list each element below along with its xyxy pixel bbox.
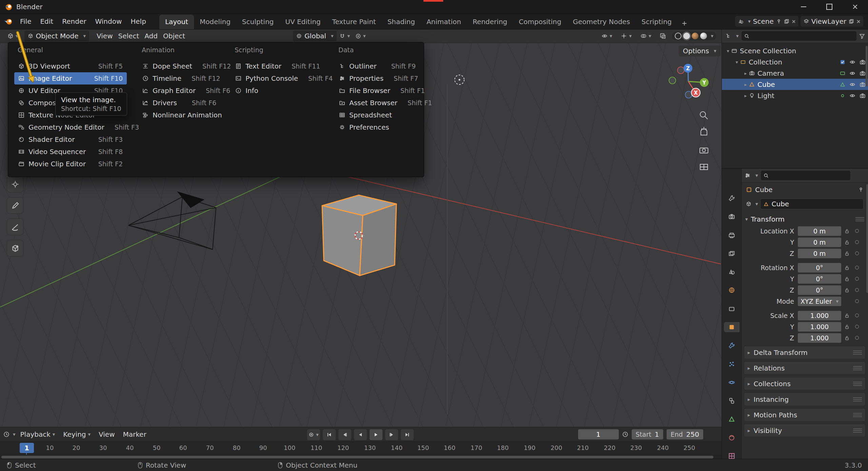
tab-collection[interactable] bbox=[724, 304, 739, 314]
workspace-tab-scripting[interactable]: Scripting bbox=[636, 15, 677, 29]
marker-menu[interactable]: Marker bbox=[120, 429, 150, 440]
animate-dot-icon[interactable] bbox=[853, 277, 861, 281]
animate-dot-icon[interactable] bbox=[853, 251, 861, 255]
animate-dot-icon[interactable] bbox=[853, 288, 861, 292]
workspace-tab-geometry-nodes[interactable]: Geometry Nodes bbox=[567, 15, 636, 29]
menu-item-python-console[interactable]: Python Console Shift F4 bbox=[231, 72, 323, 84]
disclosure-triangle-icon[interactable]: ▸ bbox=[742, 71, 749, 76]
shading-wireframe-button[interactable] bbox=[675, 33, 682, 39]
menu-item-outliner[interactable]: Outliner Shift F9 bbox=[335, 60, 420, 72]
lock-icon[interactable] bbox=[841, 240, 853, 245]
menu-item-text-editor[interactable]: Text Editor Shift F11 bbox=[231, 60, 323, 72]
section-instancing[interactable]: ▸ Instancing bbox=[744, 393, 866, 406]
menu-file[interactable]: File bbox=[16, 16, 36, 27]
workspace-tab-texture-paint[interactable]: Texture Paint bbox=[327, 15, 382, 29]
menu-help[interactable]: Help bbox=[126, 16, 151, 27]
mode-select[interactable]: Object Mode ▾ bbox=[24, 31, 90, 41]
drag-grip-icon[interactable] bbox=[855, 217, 864, 221]
section-collections[interactable]: ▸ Collections bbox=[744, 377, 866, 390]
drag-grip-icon[interactable] bbox=[853, 429, 862, 433]
hide-eye-icon[interactable] bbox=[849, 81, 855, 88]
scale-y-input[interactable]: 1.000 bbox=[798, 322, 841, 332]
menu-item-file-browser[interactable]: File Browser Shift F1 bbox=[335, 84, 420, 97]
timeline-ruler[interactable]: 1 10 20 30 40 50 60 70 80 90 100 110 120… bbox=[0, 441, 722, 455]
breadcrumb-object[interactable]: Cube bbox=[755, 186, 773, 194]
select-menu[interactable]: Select bbox=[116, 31, 142, 41]
menu-item-info[interactable]: Info bbox=[231, 84, 323, 97]
properties-editor-icon[interactable] bbox=[745, 172, 751, 178]
tab-world[interactable] bbox=[724, 285, 739, 295]
pin-icon[interactable] bbox=[858, 187, 864, 192]
show-gizmo-button[interactable]: ▾ bbox=[618, 32, 634, 40]
object-menu[interactable]: Object bbox=[160, 31, 188, 41]
workspace-tab-layout[interactable]: Layout bbox=[159, 15, 194, 29]
workspace-tab-compositing[interactable]: Compositing bbox=[513, 15, 567, 29]
workspace-tab-modeling[interactable]: Modeling bbox=[194, 15, 236, 29]
menu-item-geometry-node-editor[interactable]: Geometry Node Editor Shift F3 bbox=[14, 121, 127, 133]
properties-search-input[interactable] bbox=[761, 171, 850, 180]
add-menu[interactable]: Add bbox=[142, 31, 160, 41]
playhead[interactable]: 1 bbox=[20, 443, 34, 453]
rotation-mode-select[interactable]: XYZ Euler ▾ bbox=[798, 297, 841, 306]
lock-icon[interactable] bbox=[841, 287, 853, 293]
disable-render-camera-icon[interactable] bbox=[860, 81, 866, 88]
scene-selector[interactable]: ▾ Scene bbox=[735, 16, 798, 27]
playback-menu[interactable]: Playback▾ bbox=[17, 429, 59, 440]
lock-icon[interactable] bbox=[841, 313, 853, 318]
menu-item-asset-browser[interactable]: Asset Browser Shift F1 bbox=[335, 97, 420, 109]
view-menu[interactable]: View bbox=[95, 429, 118, 440]
current-frame-input[interactable]: 1 bbox=[578, 429, 619, 439]
shading-rendered-button[interactable] bbox=[700, 33, 707, 39]
outliner-search-input[interactable] bbox=[742, 31, 856, 41]
disclosure-triangle-icon[interactable]: ▸ bbox=[742, 82, 749, 87]
scale-z-input[interactable]: 1.000 bbox=[798, 333, 841, 343]
overlays-button[interactable]: ▾ bbox=[638, 32, 654, 40]
auto-keying-button[interactable]: ▾ bbox=[307, 429, 320, 440]
outliner-row-cube[interactable]: ▸ Cube bbox=[722, 79, 868, 90]
menu-item-timeline[interactable]: Timeline Shift F12 bbox=[138, 72, 220, 84]
outliner-row-scene-collection[interactable]: ▾ Scene Collection bbox=[722, 45, 868, 56]
object-visibility-button[interactable]: ▾ bbox=[599, 32, 615, 40]
play-button[interactable] bbox=[369, 429, 383, 440]
animate-dot-icon[interactable] bbox=[853, 266, 861, 269]
play-reverse-button[interactable] bbox=[354, 429, 367, 440]
animate-dot-icon[interactable] bbox=[853, 229, 861, 233]
transform-section-header[interactable]: ▾ Transform bbox=[743, 213, 866, 225]
maximize-button[interactable] bbox=[816, 0, 842, 14]
lock-icon[interactable] bbox=[841, 276, 853, 282]
drag-grip-icon[interactable] bbox=[853, 413, 862, 417]
disclosure-triangle-icon[interactable]: ▾ bbox=[733, 59, 740, 65]
location-z-input[interactable]: 0 m bbox=[798, 249, 841, 258]
menu-item-properties[interactable]: Properties Shift F7 bbox=[335, 72, 420, 84]
keying-menu[interactable]: Keying▾ bbox=[60, 429, 94, 440]
lock-icon[interactable] bbox=[841, 265, 853, 270]
jump-to-end-button[interactable] bbox=[400, 429, 414, 440]
unlink-scene-icon[interactable] bbox=[792, 20, 795, 23]
outliner-editor-icon[interactable] bbox=[725, 33, 731, 39]
menu-item-3d-viewport[interactable]: 3D Viewport Shift F5 bbox=[14, 60, 127, 72]
view-menu[interactable]: View bbox=[94, 31, 115, 41]
scale-x-input[interactable]: 1.000 bbox=[798, 311, 841, 320]
editor-type-button[interactable]: ▾ bbox=[5, 32, 21, 40]
disable-render-camera-icon[interactable] bbox=[860, 70, 866, 76]
next-keyframe-button[interactable] bbox=[385, 429, 398, 440]
menu-item-shader-editor[interactable]: Shader Editor Shift F3 bbox=[14, 133, 127, 146]
menu-item-drivers[interactable]: Drivers Shift F6 bbox=[138, 97, 220, 109]
workspace-tab-animation[interactable]: Animation bbox=[421, 15, 467, 29]
animate-dot-icon[interactable] bbox=[853, 325, 861, 328]
filter-funnel-icon[interactable] bbox=[859, 33, 865, 39]
lock-icon[interactable] bbox=[841, 335, 853, 341]
workspace-tab-rendering[interactable]: Rendering bbox=[467, 15, 513, 29]
hide-eye-icon[interactable] bbox=[849, 70, 855, 76]
lock-icon[interactable] bbox=[841, 228, 853, 234]
remove-viewlayer-icon[interactable] bbox=[856, 20, 860, 23]
jump-to-start-button[interactable] bbox=[322, 429, 336, 440]
object-name-input[interactable]: Cube bbox=[760, 199, 864, 209]
disclosure-triangle-icon[interactable]: ▾ bbox=[725, 48, 731, 54]
tab-output[interactable] bbox=[724, 230, 739, 240]
hide-eye-icon[interactable] bbox=[849, 93, 855, 99]
transform-orientation-select[interactable]: Global ▾ bbox=[293, 31, 337, 41]
browse-object-icon[interactable] bbox=[746, 201, 751, 207]
tool-gizmo[interactable] bbox=[7, 176, 23, 192]
shading-solid-button[interactable] bbox=[683, 33, 690, 39]
